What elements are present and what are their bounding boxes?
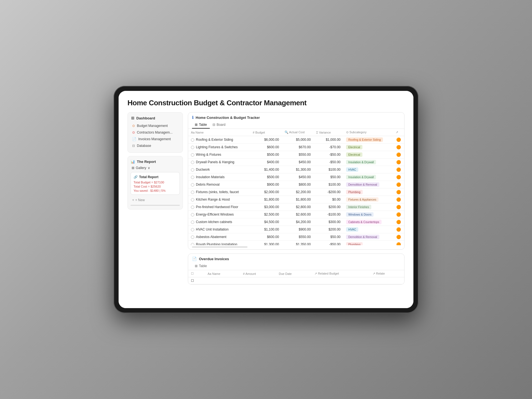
row-actual: $800.00 (282, 181, 314, 188)
table-row: Energy-Efficient Windows $2,500.00 $2,60… (188, 211, 404, 218)
new-label: + New (135, 198, 145, 202)
gallery-row[interactable]: ⊞ Gallery ∨ (131, 166, 180, 170)
row-name: Kitchen Range & Hood (188, 196, 250, 203)
overdue-col-checkbox: ☐ (188, 270, 205, 277)
row-action[interactable]: 🟠 (393, 226, 404, 233)
total-report-icon: 🔗 (134, 175, 138, 179)
action-icon[interactable]: 🟠 (396, 167, 401, 172)
action-icon[interactable]: 🟠 (396, 137, 401, 142)
overdue-checkbox[interactable]: ☐ (188, 277, 205, 284)
row-action[interactable]: 🟠 (393, 136, 404, 144)
row-action[interactable]: 🟠 (393, 181, 404, 188)
action-icon[interactable]: 🟠 (396, 242, 401, 245)
budget-icon: ⊙ (132, 124, 135, 128)
row-circle (191, 221, 194, 224)
action-icon[interactable]: 🟠 (396, 212, 401, 217)
row-actual: $1,350.00 (282, 241, 314, 245)
table-scrollbar[interactable] (192, 246, 247, 248)
row-circle (191, 213, 194, 216)
sidebar-item-budget[interactable]: ⊙ Budget Management (131, 122, 180, 129)
action-icon[interactable]: 🟠 (396, 197, 401, 202)
overdue-tab-table[interactable]: ⊞ Table (192, 263, 210, 270)
overdue-row-budget (312, 277, 370, 284)
tab-board[interactable]: ⊟ Board (210, 121, 228, 129)
overdue-title: Overdue Invoices (199, 257, 229, 261)
row-action[interactable]: 🟠 (393, 241, 404, 245)
action-icon[interactable]: 🟠 (396, 175, 401, 179)
row-actual: $450.00 (282, 173, 314, 181)
row-action[interactable]: 🟠 (393, 166, 404, 173)
action-icon[interactable]: 🟠 (396, 227, 401, 232)
action-icon[interactable]: 🟠 (396, 160, 401, 164)
tab-table[interactable]: ⊞ Table (192, 121, 210, 129)
col-header-budget: # Budget (250, 129, 282, 136)
row-action[interactable]: 🟠 (393, 158, 404, 166)
report-label: The Report (137, 160, 156, 164)
col-header-subcategory: ⊙ Subcategory (343, 129, 393, 136)
action-icon[interactable]: 🟠 (396, 235, 401, 239)
table-row: Asbestos Abatement $600.00 $550.00 $50.0… (188, 233, 404, 241)
subcategory-badge: Roofing & Exterior Siding (346, 137, 383, 142)
overdue-table-icon: ⊞ (195, 264, 198, 268)
row-name: Ductwork (188, 166, 250, 173)
dashboard-section: ⊞ Dashboard ⊙ Budget Management ⊙ Contra… (127, 112, 183, 153)
row-action[interactable]: 🟠 (393, 173, 404, 181)
sidebar-item-invoices[interactable]: 📄 Invoices Management (131, 136, 180, 142)
saved-line: You saved : $1480 | 5% (134, 189, 177, 192)
row-name: Insulation Materials (188, 173, 250, 181)
subcategory-badge: Demolition & Removal (346, 235, 379, 239)
action-icon[interactable]: 🟠 (396, 152, 401, 157)
row-action[interactable]: 🟠 (393, 144, 404, 151)
table-row: Ductwork $1,400.00 $1,300.00 $100.00 HVA… (188, 166, 404, 173)
action-icon[interactable]: 🟠 (396, 145, 401, 149)
row-action[interactable]: 🟠 (393, 211, 404, 218)
row-action[interactable]: 🟠 (393, 218, 404, 226)
overdue-col-relate: ↗ Relate (370, 270, 404, 277)
table-icon: ⊞ (195, 123, 198, 127)
row-variance: $300.00 (313, 218, 343, 226)
action-icon[interactable]: 🟠 (396, 220, 401, 224)
total-budget-line: Total Budget = $27100 (134, 181, 177, 184)
row-subcategory: Plumbing (343, 188, 393, 196)
action-icon[interactable]: 🟠 (396, 205, 401, 209)
row-budget: $2,000.00 (250, 188, 282, 196)
row-action[interactable]: 🟠 (393, 203, 404, 211)
row-subcategory: HVAC (343, 226, 393, 233)
gallery-grid-icon: ⊞ (132, 166, 134, 170)
row-action[interactable]: 🟠 (393, 188, 404, 196)
new-button[interactable]: + + New (131, 197, 180, 203)
overdue-header-row: ☐ Aa Name # Amount Due Date ↗ Related Bu… (188, 270, 404, 277)
row-circle (191, 243, 194, 245)
row-action[interactable]: 🟠 (393, 196, 404, 203)
tablet-screen: Home Construction Budget & Contractor Ma… (119, 91, 413, 308)
subcategory-badge: Cabinets & Countertops (346, 220, 381, 224)
row-action[interactable]: 🟠 (393, 151, 404, 158)
action-icon[interactable]: 🟠 (396, 182, 401, 187)
row-circle (191, 198, 194, 201)
overdue-row-name (205, 277, 240, 284)
subcategory-badge: Plumbing (346, 190, 363, 194)
row-action[interactable]: 🟠 (393, 233, 404, 241)
subcategory-badge: Electrical (346, 152, 362, 157)
row-variance: -$50.00 (313, 151, 343, 158)
row-budget: $500.00 (250, 173, 282, 181)
sidebar-item-database[interactable]: ⊟ Database (131, 142, 180, 149)
table-row: Fixtures (sinks, toilets, faucet $2,000.… (188, 188, 404, 196)
row-budget: $3,000.00 (250, 203, 282, 211)
subcategory-badge: Windows & Doors (346, 212, 374, 217)
table-row: Kitchen Range & Hood $1,800.00 $1,800.00… (188, 196, 404, 203)
overdue-icon: 📄 (192, 257, 197, 261)
row-actual: $5,000.00 (282, 136, 314, 144)
subcategory-badge: Plumbing (346, 242, 363, 245)
row-subcategory: Insulation & Drywall (343, 173, 393, 181)
tracker-tabs: ⊞ Table ⊟ Board (188, 120, 404, 129)
row-subcategory: Demolition & Removal (343, 233, 393, 241)
row-actual: $900.00 (282, 226, 314, 233)
report-section: 📊 The Report ⊞ Gallery ∨ 🔗 Total Report (127, 156, 183, 209)
row-name: Fixtures (sinks, toilets, faucet (188, 188, 250, 196)
row-name: HVAC Unit Installation (188, 226, 250, 233)
sidebar-item-contractors[interactable]: ⊙ Contractors Managem... (131, 129, 180, 136)
action-icon[interactable]: 🟠 (396, 190, 401, 194)
sidebar-scrollbar[interactable] (131, 205, 180, 206)
subcategory-badge: Insulation & Drywall (346, 175, 376, 179)
